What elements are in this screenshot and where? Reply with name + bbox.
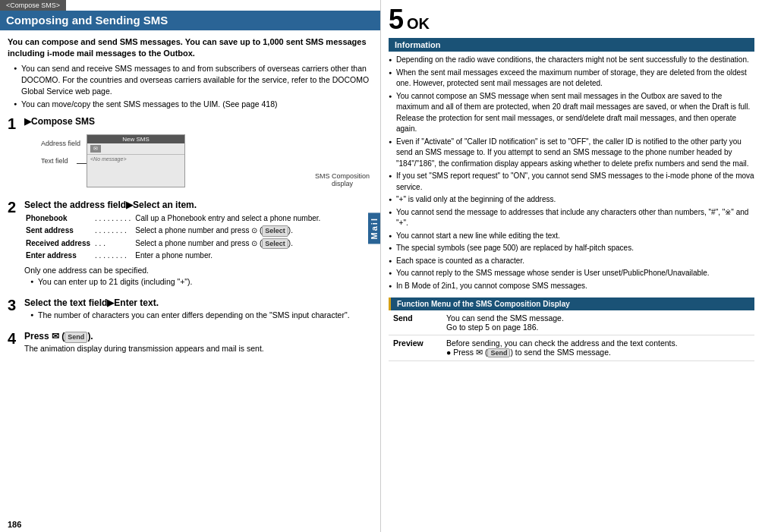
step-4: 4 Press ✉ (Send). The animation display … — [8, 330, 373, 354]
info-bullet-0: Depending on the radio wave conditions, … — [389, 55, 754, 66]
step2-row-received: Received address . . . Select a phone nu… — [26, 238, 323, 250]
step-4-content: Press ✉ (Send). The animation display du… — [24, 330, 373, 354]
function-row-preview: Preview Before sending, you can check th… — [389, 335, 754, 361]
step-2-title: Select the address field▶Select an item. — [24, 199, 373, 212]
sms-mockup: New SMS ✉ <No message> — [87, 134, 185, 187]
send-btn-preview: Send — [487, 348, 510, 357]
info-bullet-2: You cannot compose an SMS message when s… — [389, 91, 754, 135]
select-btn-received: Select — [262, 238, 288, 250]
page-number: 186 — [8, 520, 21, 529]
header-title-bar: Composing and Sending SMS — [0, 11, 380, 30]
step2-row-sent: Sent address . . . . . . . . Select a ph… — [26, 225, 323, 237]
intro-bullet-2: You can move/copy the sent SMS messages … — [15, 99, 373, 110]
address-field-label: Address field — [41, 140, 80, 147]
step-2-note: Only one address can be specified. — [24, 265, 373, 276]
step-1-content: ▶Compose SMS Address field Text field — [24, 115, 373, 195]
step-3-content: Select the text field▶Enter text. The nu… — [24, 297, 373, 326]
info-bullet-4: If you set "SMS report request" to "ON",… — [389, 171, 754, 193]
intro-bullets: You can send and receive SMS messages to… — [15, 63, 373, 111]
right-panel: 5 OK Information Depending on the radio … — [381, 0, 762, 532]
sms-mockup-address-row: ✉ — [87, 143, 184, 155]
info-bullet-6: You cannot send the message to addresses… — [389, 207, 754, 229]
step-4-title: Press ✉ (Send). — [24, 330, 373, 343]
function-preview-desc: Before sending, you can check the addres… — [442, 335, 754, 361]
step-1: 1 ▶Compose SMS Address field Text field — [8, 115, 373, 195]
intro-text: You can compose and send SMS messages. Y… — [8, 36, 373, 60]
info-bullet-11: In B Mode of 2in1, you cannot compose SM… — [389, 281, 754, 292]
info-bullet-7: You cannot start a new line while editin… — [389, 231, 754, 242]
step-5-number: 5 — [389, 6, 404, 33]
step-2-number: 2 — [8, 199, 24, 292]
sms-mockup-header: New SMS — [87, 135, 184, 143]
info-bullet-8: The special symbols (see page 500) are r… — [389, 243, 754, 254]
sms-address-icon: ✉ — [90, 145, 101, 153]
sms-no-message: <No message> — [90, 156, 126, 162]
step-2-table: Phonebook . . . . . . . . . Call up a Ph… — [24, 212, 373, 263]
step-3-bullet-1: The number of characters you can enter d… — [32, 310, 373, 321]
text-field-label: Text field — [41, 157, 68, 165]
function-row-send: Send You can send the SMS message.Go to … — [389, 310, 754, 335]
left-panel: <Compose SMS> Composing and Sending SMS … — [0, 0, 381, 532]
step-2: 2 Select the address field▶Select an ite… — [8, 199, 373, 292]
intro-bullet-1: You can send and receive SMS messages to… — [15, 63, 373, 98]
info-bullet-1: When the sent mail messages exceed the m… — [389, 68, 754, 90]
info-bullet-9: Each space is counted as a character. — [389, 256, 754, 267]
step-5-ok: OK — [407, 15, 430, 33]
function-preview-label: Preview — [389, 335, 442, 361]
info-bullet-5: "+" is valid only at the beginning of th… — [389, 194, 754, 206]
info-bullets-list: Depending on the radio wave conditions, … — [389, 55, 754, 291]
sms-caption: SMS Compositiondisplay — [312, 172, 373, 187]
select-btn-sent: Select — [262, 225, 288, 237]
function-menu-bar: Function Menu of the SMS Composition Dis… — [389, 297, 754, 310]
info-bullet-3: Even if "Activate" of "Caller ID notific… — [389, 137, 754, 170]
step-3: 3 Select the text field▶Enter text. The … — [8, 297, 373, 326]
mail-side-label: Mail — [368, 212, 380, 244]
step-4-body: The animation display during transmissio… — [24, 343, 373, 354]
step-2-bullet-1: You can enter up to 21 digits (including… — [32, 276, 373, 288]
send-btn-step4: Send — [65, 332, 87, 343]
info-bullet-10: You cannot reply to the SMS message whos… — [389, 268, 754, 279]
step-3-title: Select the text field▶Enter text. — [24, 297, 373, 310]
sms-mockup-text-row: <No message> — [87, 155, 184, 163]
step-2-content: Select the address field▶Select an item.… — [24, 199, 373, 292]
step-3-number: 3 — [8, 297, 24, 326]
step2-row-phonebook: Phonebook . . . . . . . . . Call up a Ph… — [26, 213, 323, 224]
step-4-number: 4 — [8, 330, 24, 354]
function-menu-table: Send You can send the SMS message.Go to … — [389, 310, 754, 361]
step-5-header: 5 OK — [389, 6, 754, 33]
step-2-bullets: You can enter up to 21 digits (including… — [32, 276, 373, 288]
header-tag: <Compose SMS> — [0, 0, 66, 11]
function-send-desc: You can send the SMS message.Go to step … — [442, 310, 754, 335]
step2-row-enter: Enter address . . . . . . . . Enter a ph… — [26, 250, 323, 261]
step-1-number: 1 — [8, 115, 24, 195]
sms-image-area: Address field Text field New SMS ✉ — [41, 131, 373, 191]
step-3-bullets: The number of characters you can enter d… — [32, 310, 373, 321]
function-send-label: Send — [389, 310, 442, 335]
information-bar: Information — [389, 38, 754, 52]
step-1-title: ▶Compose SMS — [24, 115, 373, 128]
